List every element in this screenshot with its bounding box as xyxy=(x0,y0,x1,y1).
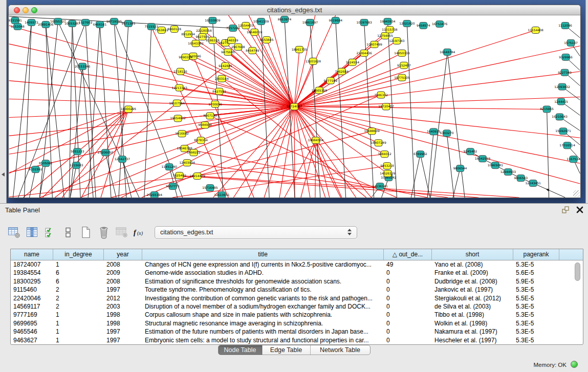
network-node-label: 19943934 xyxy=(380,19,396,23)
network-node-label: 21364436 xyxy=(356,51,372,55)
network-node-label: 2803144 xyxy=(215,77,229,80)
network-node-label: 12944503 xyxy=(500,170,516,173)
cell-name: 14569117 xyxy=(11,302,53,311)
collapsed-results-panel[interactable] xyxy=(585,0,588,203)
new-column-icon[interactable] xyxy=(79,226,93,239)
network-node-label: 11154408 xyxy=(528,28,543,32)
network-node-label: 9619684 xyxy=(329,18,342,22)
citation-edge-black xyxy=(100,25,111,198)
cell-name: 9465546 xyxy=(11,327,53,336)
cell-year: 2009 xyxy=(104,269,142,277)
network-node-label: 1167534 xyxy=(567,157,580,161)
cell-year: 1998 xyxy=(104,319,142,327)
close-panel-icon[interactable] xyxy=(576,206,584,214)
citation-edge-red xyxy=(294,106,580,163)
network-node-label: 20265394 xyxy=(147,193,163,196)
cell-short: Franke et al. (2009) xyxy=(432,269,513,277)
citation-edge-red xyxy=(182,106,294,134)
network-node-label: 7986372 xyxy=(374,93,388,97)
network-node-label: 19861697 xyxy=(302,20,318,24)
tab-network-table[interactable]: Network Table xyxy=(311,345,370,355)
column-header-in_degree[interactable]: in_degree xyxy=(53,249,104,260)
float-window-icon[interactable] xyxy=(561,206,570,214)
table-row[interactable]: 946362711997Embryonic stem cells: a mode… xyxy=(11,336,583,344)
tab-edge-table[interactable]: Edge Table xyxy=(263,345,311,355)
minimize-window-icon[interactable] xyxy=(23,7,29,13)
table-row[interactable]: 1872400712008Changes of HCN gene express… xyxy=(11,260,583,269)
cell-out_degree: 0 xyxy=(384,327,432,336)
svg-text:(x): (x) xyxy=(137,230,143,236)
cell-year: 1998 xyxy=(104,311,142,319)
network-node-label: 7563822 xyxy=(155,28,168,32)
table-row[interactable]: 1938455462009Genome-wide association stu… xyxy=(11,269,583,277)
column-header-out_degree[interactable]: △ out_de... xyxy=(384,249,432,260)
table-row[interactable]: 1830029562008Estimation of significance … xyxy=(11,277,583,286)
cell-title: Structural magnetic resonance image aver… xyxy=(142,319,384,327)
delete-table-icon[interactable] xyxy=(115,226,129,239)
tab-node-table[interactable]: Node Table xyxy=(219,345,263,355)
table-row[interactable]: 911546021997Tourette syndrome. Phenomeno… xyxy=(11,286,583,294)
table-tabs-container: Node TableEdge TableNetwork Table xyxy=(0,345,588,355)
function-builder-icon[interactable]: f(x) xyxy=(133,226,147,239)
cell-in_degree: 2 xyxy=(53,294,104,302)
table-row[interactable]: 969969511998Structural magnetic resonanc… xyxy=(11,319,583,327)
window-resize-grip[interactable] xyxy=(573,190,580,197)
collapsed-control-panel[interactable] xyxy=(0,0,7,203)
network-node-label: 18300295 xyxy=(121,107,137,111)
cell-pagerank: 5.3E-5 xyxy=(513,286,559,294)
memory-ok-led-icon[interactable] xyxy=(571,361,578,368)
cell-pagerank: 5.6E-5 xyxy=(513,269,559,277)
column-header-name[interactable]: name xyxy=(11,249,53,260)
delete-column-icon[interactable] xyxy=(97,226,111,239)
citation-edge-red xyxy=(42,109,128,198)
network-node-label: 22226058 xyxy=(196,29,212,32)
network-node-label: 13201628 xyxy=(306,59,321,63)
table-scrollbar-thumb[interactable] xyxy=(575,262,580,281)
citation-edge-red xyxy=(178,106,294,118)
table-row[interactable]: 977716911998Corpus callosum shape and si… xyxy=(11,311,583,319)
table-row[interactable]: 2242004622012Investigating the contribut… xyxy=(11,294,583,302)
network-canvas[interactable]: 9331591115304814055722089140616055327106… xyxy=(9,15,580,198)
close-window-icon[interactable] xyxy=(14,7,20,13)
cell-name: 9463627 xyxy=(11,336,53,344)
network-node-label: 9152407 xyxy=(397,63,411,67)
column-header-pagerank[interactable]: pagerank xyxy=(513,249,559,260)
cell-pagerank: 5.9E-5 xyxy=(513,277,559,286)
cell-pagerank: 5.3E-5 xyxy=(513,327,559,336)
network-node-label: 16914479 xyxy=(189,174,205,178)
network-node-label: 16753476 xyxy=(432,22,448,26)
dropdown-stepper-icon xyxy=(347,229,352,237)
table-row[interactable]: 1456911722003Disruption of a novel membe… xyxy=(11,302,583,311)
zoom-window-icon[interactable] xyxy=(31,7,37,13)
table-mode-icon[interactable] xyxy=(7,226,21,239)
network-node-label: 1546539 xyxy=(225,38,238,42)
cell-short: Yano et al. (2008) xyxy=(432,260,513,269)
network-node-label: 2967608 xyxy=(231,45,245,49)
cell-short: de Silva et al. (2003) xyxy=(432,302,513,311)
network-node-label: 9657771 xyxy=(166,184,180,188)
column-visibility-icon[interactable] xyxy=(25,226,39,239)
network-node-label: 8454749 xyxy=(246,49,259,52)
cell-in_degree: 2 xyxy=(53,286,104,294)
selection-mode-icon[interactable] xyxy=(43,226,57,239)
row-height-icon[interactable] xyxy=(61,226,75,239)
network-node-label: 5051233 xyxy=(71,149,84,153)
network-node-label: 9777169 xyxy=(324,79,338,82)
network-node-label: 9227343 xyxy=(558,71,572,74)
citation-edge-red xyxy=(294,78,402,107)
column-header-title[interactable]: title xyxy=(142,249,384,260)
cell-year: 2008 xyxy=(104,260,142,269)
network-node-label: 20891406 xyxy=(38,23,54,26)
citation-edge-red xyxy=(9,109,128,173)
column-header-short[interactable]: short xyxy=(432,249,513,260)
network-node-label: 10719195 xyxy=(106,19,122,23)
window-titlebar[interactable]: citations_edges.txt xyxy=(9,5,580,15)
cell-out_degree: 0 xyxy=(384,294,432,302)
network-node-label: 10807499 xyxy=(366,42,382,46)
citation-edge-black xyxy=(13,23,32,198)
column-header-year[interactable]: year xyxy=(104,249,142,260)
cell-title: Investigating the contribution of common… xyxy=(142,294,384,302)
panel-collapse-arrow-icon[interactable] xyxy=(2,172,5,177)
table-selector-dropdown[interactable]: citations_edges.txt xyxy=(155,226,357,239)
table-row[interactable]: 946554611997Estimation of the future num… xyxy=(11,327,583,336)
